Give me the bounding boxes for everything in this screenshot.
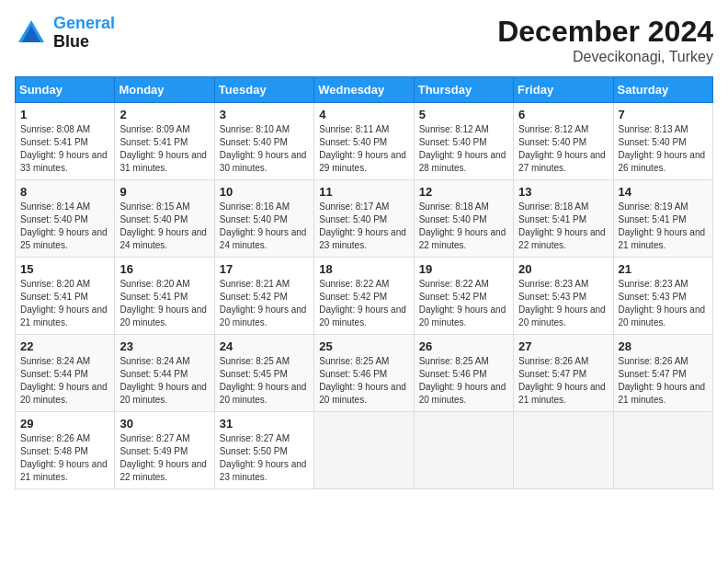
weekday-header-sunday: Sunday [16, 77, 115, 103]
day-info: Sunrise: 8:24 AM Sunset: 5:44 PM Dayligh… [20, 355, 109, 407]
calendar-cell: 30 Sunrise: 8:27 AM Sunset: 5:49 PM Dayl… [115, 412, 214, 489]
day-info: Sunrise: 8:09 AM Sunset: 5:41 PM Dayligh… [119, 123, 209, 175]
calendar-cell: 23 Sunrise: 8:24 AM Sunset: 5:44 PM Dayl… [115, 335, 214, 412]
calendar-cell: 7 Sunrise: 8:13 AM Sunset: 5:40 PM Dayli… [613, 103, 712, 180]
weekday-header-monday: Monday [115, 77, 214, 103]
day-number: 20 [518, 262, 608, 276]
logo-text: General Blue [53, 15, 115, 52]
calendar-cell: 20 Sunrise: 8:23 AM Sunset: 5:43 PM Dayl… [514, 258, 613, 335]
day-number: 6 [518, 108, 608, 121]
calendar-cell: 6 Sunrise: 8:12 AM Sunset: 5:40 PM Dayli… [514, 103, 613, 180]
day-number: 8 [20, 185, 109, 199]
day-number: 13 [518, 185, 608, 199]
calendar-cell: 14 Sunrise: 8:19 AM Sunset: 5:41 PM Dayl… [613, 180, 712, 258]
day-info: Sunrise: 8:26 AM Sunset: 5:48 PM Dayligh… [20, 432, 109, 484]
calendar-cell: 5 Sunrise: 8:12 AM Sunset: 5:40 PM Dayli… [414, 103, 513, 180]
calendar-cell: 19 Sunrise: 8:22 AM Sunset: 5:42 PM Dayl… [414, 258, 513, 335]
logo-icon [15, 17, 48, 50]
day-number: 25 [319, 339, 408, 353]
weekday-header-friday: Friday [514, 77, 613, 103]
day-info: Sunrise: 8:15 AM Sunset: 5:40 PM Dayligh… [119, 201, 209, 252]
calendar-cell: 22 Sunrise: 8:24 AM Sunset: 5:44 PM Dayl… [16, 335, 115, 412]
day-info: Sunrise: 8:18 AM Sunset: 5:41 PM Dayligh… [518, 201, 608, 252]
day-number: 24 [220, 339, 309, 353]
day-info: Sunrise: 8:21 AM Sunset: 5:42 PM Dayligh… [220, 278, 309, 329]
day-info: Sunrise: 8:24 AM Sunset: 5:44 PM Dayligh… [119, 355, 209, 407]
day-info: Sunrise: 8:08 AM Sunset: 5:41 PM Dayligh… [20, 123, 109, 175]
calendar-cell: 28 Sunrise: 8:26 AM Sunset: 5:47 PM Dayl… [613, 335, 712, 412]
calendar-cell: 11 Sunrise: 8:17 AM Sunset: 5:40 PM Dayl… [314, 180, 414, 258]
day-number: 15 [20, 262, 109, 276]
title-block: December 2024 Devecikonagi, Turkey [497, 15, 713, 65]
weekday-header-tuesday: Tuesday [214, 77, 313, 103]
calendar-cell: 3 Sunrise: 8:10 AM Sunset: 5:40 PM Dayli… [214, 103, 313, 180]
day-number: 11 [319, 185, 408, 199]
calendar-week-row: 15 Sunrise: 8:20 AM Sunset: 5:41 PM Dayl… [16, 258, 713, 335]
calendar-cell: 27 Sunrise: 8:26 AM Sunset: 5:47 PM Dayl… [514, 335, 613, 412]
calendar-cell: 2 Sunrise: 8:09 AM Sunset: 5:41 PM Dayli… [115, 103, 214, 180]
calendar-week-row: 8 Sunrise: 8:14 AM Sunset: 5:40 PM Dayli… [16, 180, 713, 258]
day-info: Sunrise: 8:23 AM Sunset: 5:43 PM Dayligh… [619, 278, 708, 329]
subtitle: Devecikonagi, Turkey [497, 49, 713, 65]
day-number: 28 [619, 339, 708, 353]
day-number: 18 [319, 262, 408, 276]
calendar-cell: 12 Sunrise: 8:18 AM Sunset: 5:40 PM Dayl… [414, 180, 513, 258]
day-info: Sunrise: 8:18 AM Sunset: 5:40 PM Dayligh… [419, 201, 508, 252]
day-info: Sunrise: 8:27 AM Sunset: 5:50 PM Dayligh… [220, 432, 309, 484]
day-number: 30 [119, 417, 209, 431]
calendar-week-row: 22 Sunrise: 8:24 AM Sunset: 5:44 PM Dayl… [16, 335, 713, 412]
day-info: Sunrise: 8:12 AM Sunset: 5:40 PM Dayligh… [518, 123, 608, 175]
calendar-cell: 25 Sunrise: 8:25 AM Sunset: 5:46 PM Dayl… [314, 335, 414, 412]
calendar-cell: 13 Sunrise: 8:18 AM Sunset: 5:41 PM Dayl… [514, 180, 613, 258]
weekday-header-row: SundayMondayTuesdayWednesdayThursdayFrid… [16, 77, 713, 103]
calendar-cell: 15 Sunrise: 8:20 AM Sunset: 5:41 PM Dayl… [16, 258, 115, 335]
main-title: December 2024 [497, 15, 713, 49]
calendar-week-row: 1 Sunrise: 8:08 AM Sunset: 5:41 PM Dayli… [16, 103, 713, 180]
weekday-header-thursday: Thursday [414, 77, 513, 103]
calendar-cell [514, 412, 613, 489]
day-info: Sunrise: 8:20 AM Sunset: 5:41 PM Dayligh… [20, 278, 109, 329]
day-number: 4 [319, 108, 408, 121]
day-number: 23 [119, 339, 209, 353]
page-header: General Blue December 2024 Devecikonagi,… [15, 15, 713, 65]
day-number: 5 [419, 108, 508, 121]
weekday-header-saturday: Saturday [613, 77, 712, 103]
day-number: 2 [119, 108, 209, 121]
day-info: Sunrise: 8:13 AM Sunset: 5:40 PM Dayligh… [619, 123, 708, 175]
day-info: Sunrise: 8:22 AM Sunset: 5:42 PM Dayligh… [419, 278, 508, 329]
weekday-header-wednesday: Wednesday [314, 77, 414, 103]
calendar-table: SundayMondayTuesdayWednesdayThursdayFrid… [15, 76, 713, 489]
calendar-cell: 9 Sunrise: 8:15 AM Sunset: 5:40 PM Dayli… [115, 180, 214, 258]
day-info: Sunrise: 8:17 AM Sunset: 5:40 PM Dayligh… [319, 201, 408, 252]
day-number: 16 [119, 262, 209, 276]
day-info: Sunrise: 8:25 AM Sunset: 5:46 PM Dayligh… [419, 355, 508, 407]
day-number: 27 [518, 339, 608, 353]
calendar-week-row: 29 Sunrise: 8:26 AM Sunset: 5:48 PM Dayl… [16, 412, 713, 489]
calendar-cell: 18 Sunrise: 8:22 AM Sunset: 5:42 PM Dayl… [314, 258, 414, 335]
calendar-cell: 29 Sunrise: 8:26 AM Sunset: 5:48 PM Dayl… [16, 412, 115, 489]
day-number: 3 [220, 108, 309, 121]
logo-line2: Blue [53, 33, 115, 52]
day-number: 29 [20, 417, 109, 431]
day-info: Sunrise: 8:27 AM Sunset: 5:49 PM Dayligh… [119, 432, 209, 484]
day-info: Sunrise: 8:20 AM Sunset: 5:41 PM Dayligh… [119, 278, 209, 329]
day-info: Sunrise: 8:12 AM Sunset: 5:40 PM Dayligh… [419, 123, 508, 175]
day-info: Sunrise: 8:14 AM Sunset: 5:40 PM Dayligh… [20, 201, 109, 252]
calendar-cell: 21 Sunrise: 8:23 AM Sunset: 5:43 PM Dayl… [613, 258, 712, 335]
calendar-cell: 26 Sunrise: 8:25 AM Sunset: 5:46 PM Dayl… [414, 335, 513, 412]
day-info: Sunrise: 8:11 AM Sunset: 5:40 PM Dayligh… [319, 123, 408, 175]
calendar-cell: 24 Sunrise: 8:25 AM Sunset: 5:45 PM Dayl… [214, 335, 313, 412]
day-number: 31 [220, 417, 309, 431]
calendar-cell [314, 412, 414, 489]
day-number: 26 [419, 339, 508, 353]
calendar-cell: 1 Sunrise: 8:08 AM Sunset: 5:41 PM Dayli… [16, 103, 115, 180]
calendar-cell: 8 Sunrise: 8:14 AM Sunset: 5:40 PM Dayli… [16, 180, 115, 258]
day-info: Sunrise: 8:19 AM Sunset: 5:41 PM Dayligh… [619, 201, 708, 252]
day-number: 9 [119, 185, 209, 199]
calendar-cell: 10 Sunrise: 8:16 AM Sunset: 5:40 PM Dayl… [214, 180, 313, 258]
calendar-cell: 17 Sunrise: 8:21 AM Sunset: 5:42 PM Dayl… [214, 258, 313, 335]
calendar-cell [414, 412, 513, 489]
calendar-cell [613, 412, 712, 489]
day-info: Sunrise: 8:16 AM Sunset: 5:40 PM Dayligh… [220, 201, 309, 252]
day-number: 1 [20, 108, 109, 121]
